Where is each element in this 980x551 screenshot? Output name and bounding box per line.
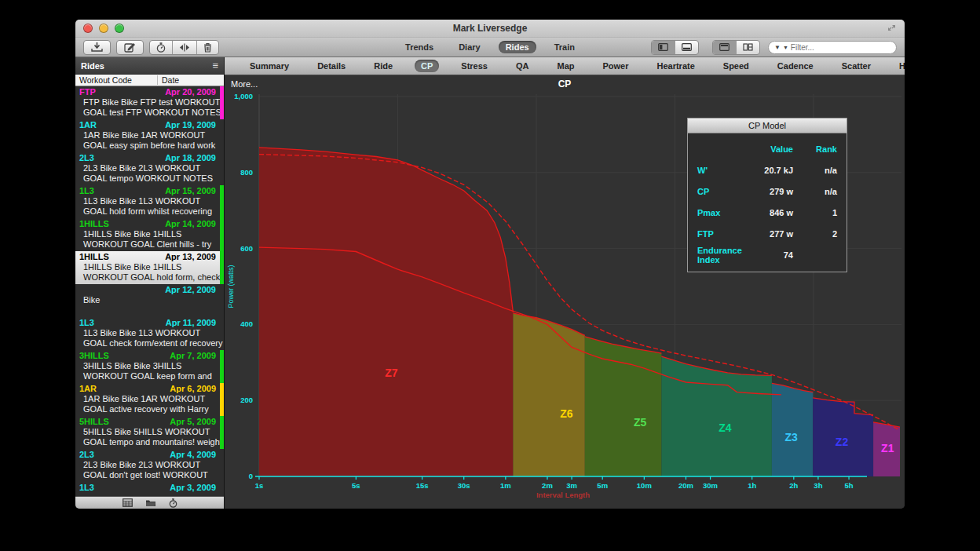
cp-model-row: CP279 wn/a bbox=[688, 181, 847, 202]
filter-field[interactable]: ▼ ▼ bbox=[768, 41, 897, 54]
cp-model-title: CP Model bbox=[688, 119, 847, 133]
cp-model-row: Endurance Index74 bbox=[688, 244, 847, 265]
ride-description: 1L3 Bike Bike 1L3 WORKOUT bbox=[79, 196, 216, 206]
svg-text:5s: 5s bbox=[352, 481, 360, 490]
ride-description: 1L3 Bike Bike 1L3 WORKOUT bbox=[79, 328, 216, 338]
download-activity-button[interactable] bbox=[83, 40, 111, 55]
cp-model-cell: n/a bbox=[793, 166, 837, 175]
folder-icon[interactable] bbox=[145, 498, 156, 507]
ride-description: 1HILLS Bike Bike 1HILLS bbox=[79, 262, 216, 272]
titlebar[interactable]: Mark Liversedge bbox=[75, 20, 905, 38]
cp-model-cell: 846 w bbox=[743, 208, 793, 217]
tiled-panes-button[interactable] bbox=[736, 41, 759, 54]
ride-row[interactable]: 1HILLSApr 14, 20091HILLS Bike Bike 1HILL… bbox=[75, 218, 224, 251]
ride-description: GOAL tempo WORKOUT NOTES bbox=[79, 173, 216, 184]
ride-row[interactable]: 5HILLSApr 5, 20095HILLS Bike 5HILLS WORK… bbox=[75, 416, 224, 449]
view-tab-diary[interactable]: Diary bbox=[452, 41, 488, 53]
ride-row[interactable]: 2L3Apr 4, 20092L3 Bike Bike 2L3 WORKOUTG… bbox=[75, 449, 224, 482]
ride-row[interactable]: 1ARApr 19, 20091AR Bike Bike 1AR WORKOUT… bbox=[75, 119, 224, 152]
tab-cadence[interactable]: Cadence bbox=[771, 60, 820, 72]
ride-color-stripe bbox=[220, 218, 224, 251]
column-workout-code[interactable]: Workout Code bbox=[75, 75, 158, 85]
cp-model-cell: 277 w bbox=[743, 229, 793, 239]
ride-code: 1L3 bbox=[79, 318, 94, 328]
desktop: Mark Liversedge bbox=[0, 0, 980, 551]
tab-hrpw[interactable]: HrPw bbox=[893, 60, 905, 72]
tab-scatter[interactable]: Scatter bbox=[836, 60, 877, 72]
layout-toggle-1 bbox=[651, 40, 699, 55]
tab-map[interactable]: Map bbox=[550, 60, 580, 72]
content: Rides ≡ Workout Code Date FTPApr 20, 200… bbox=[75, 57, 905, 509]
view-tab-rides[interactable]: Rides bbox=[499, 41, 536, 53]
ride-row[interactable]: 1L3Apr 11, 20091L3 Bike Bike 1L3 WORKOUT… bbox=[75, 317, 224, 350]
ride-row[interactable]: 2L3Apr 18, 20092L3 Bike Bike 2L3 WORKOUT… bbox=[75, 152, 224, 185]
cp-model-cell: FTP bbox=[697, 229, 743, 239]
single-pane-button[interactable] bbox=[713, 41, 736, 54]
cp-model-table: CP Model ValueRankW'20.7 kJn/aCP279 wn/a… bbox=[687, 118, 847, 272]
tab-ride[interactable]: Ride bbox=[368, 60, 399, 72]
tab-heartrate[interactable]: Heartrate bbox=[651, 60, 701, 72]
cp-model-cell: Value bbox=[743, 144, 793, 154]
sidebar-layout-button[interactable] bbox=[652, 41, 675, 54]
ride-description: GOAL test FTP WORKOUT NOTES bbox=[79, 108, 216, 118]
stopwatch-button[interactable] bbox=[150, 41, 172, 54]
ride-row[interactable]: 1ARApr 6, 20091AR Bike Bike 1AR WORKOUTG… bbox=[75, 383, 224, 416]
ride-date: Apr 18, 2009 bbox=[165, 153, 216, 163]
main-pane: SummaryDetailsRideCPStressQAMapPowerHear… bbox=[225, 57, 905, 509]
ride-description: GOAL easy spim before hard work bbox=[79, 140, 216, 151]
ride-code: FTP bbox=[79, 87, 96, 97]
ride-color-stripe bbox=[220, 86, 224, 119]
cp-model-cell: Endurance Index bbox=[697, 246, 743, 265]
ride-date: Apr 6, 2009 bbox=[170, 384, 216, 394]
tab-speed[interactable]: Speed bbox=[717, 60, 755, 72]
view-tab-trends[interactable]: Trends bbox=[398, 41, 441, 53]
tab-power[interactable]: Power bbox=[596, 60, 634, 72]
ride-row[interactable]: 3HILLSApr 7, 20093HILLS Bike Bike 3HILLS… bbox=[75, 350, 224, 383]
ride-row[interactable]: 1HILLSApr 13, 20091HILLS Bike Bike 1HILL… bbox=[75, 251, 224, 284]
ride-description: FTP Bike Bike FTP test WORKOUT bbox=[79, 97, 216, 108]
cp-model-cell: Rank bbox=[793, 144, 837, 154]
ride-row[interactable]: 1L3Apr 15, 20091L3 Bike Bike 1L3 WORKOUT… bbox=[75, 185, 224, 218]
chart-title: CP bbox=[225, 78, 905, 89]
ride-description: 3HILLS Bike Bike 3HILLS bbox=[79, 361, 216, 371]
svg-text:1m: 1m bbox=[500, 481, 511, 490]
ride-color-stripe bbox=[220, 350, 224, 383]
stopwatch-icon[interactable] bbox=[169, 498, 177, 508]
sidebar-menu-icon[interactable]: ≡ bbox=[212, 60, 218, 71]
calendar-icon[interactable] bbox=[122, 498, 133, 507]
svg-text:Z5: Z5 bbox=[634, 416, 647, 429]
ride-code: 1L3 bbox=[79, 186, 94, 196]
split-interval-button[interactable] bbox=[172, 41, 196, 54]
fullscreen-icon[interactable] bbox=[887, 23, 897, 33]
filter-input[interactable] bbox=[791, 43, 877, 52]
tab-qa[interactable]: QA bbox=[510, 60, 536, 72]
ride-date: Apr 3, 2009 bbox=[170, 483, 216, 493]
ride-code: 1HILLS bbox=[79, 252, 109, 262]
svg-text:800: 800 bbox=[240, 168, 253, 177]
ride-row[interactable]: FTPApr 20, 2009FTP Bike Bike FTP test WO… bbox=[75, 86, 224, 119]
svg-text:Z7: Z7 bbox=[385, 367, 398, 379]
tab-details[interactable]: Details bbox=[311, 60, 352, 72]
cp-model-cell: n/a bbox=[793, 187, 837, 196]
bottombar-layout-button[interactable] bbox=[675, 41, 698, 54]
column-date[interactable]: Date bbox=[158, 75, 224, 85]
compose-manual-activity-button[interactable] bbox=[116, 40, 144, 55]
svg-text:Z6: Z6 bbox=[560, 407, 573, 420]
ride-description: WORKOUT GOAL Clent hills - try bbox=[79, 239, 216, 250]
ride-description: 2L3 Bike Bike 2L3 WORKOUT bbox=[79, 163, 216, 173]
ride-code: 1AR bbox=[79, 384, 97, 394]
ride-description: GOAL check form/extent of recovery bbox=[79, 338, 216, 348]
svg-text:30m: 30m bbox=[703, 481, 718, 490]
ride-description: GOAL hold form whilst recovering bbox=[79, 206, 216, 217]
svg-text:Power (watts): Power (watts) bbox=[227, 265, 235, 308]
ride-row[interactable]: Apr 12, 2009Bike bbox=[75, 284, 224, 317]
cp-model-header-row: ValueRank bbox=[688, 138, 847, 159]
tab-stress[interactable]: Stress bbox=[455, 60, 494, 72]
ride-date: Apr 20, 2009 bbox=[165, 87, 216, 97]
trash-button[interactable] bbox=[196, 41, 218, 54]
ride-row[interactable]: 1L3Apr 3, 2009 bbox=[75, 482, 224, 496]
tab-summary[interactable]: Summary bbox=[243, 60, 295, 72]
filter-dropdown-icon[interactable]: ▼ bbox=[783, 45, 788, 50]
view-tab-train[interactable]: Train bbox=[547, 41, 582, 53]
tab-cp[interactable]: CP bbox=[415, 60, 439, 72]
